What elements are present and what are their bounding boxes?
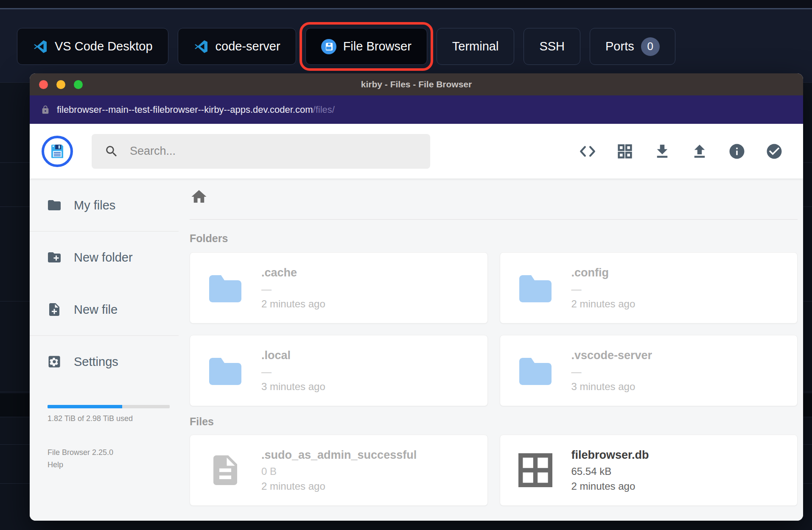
taskbar-button-label: Terminal <box>452 39 499 53</box>
file-card-filebrowser-db[interactable]: filebrowser.db 65.54 kB 2 minutes ago <box>500 435 798 506</box>
sidebar-item-new-file[interactable]: New file <box>30 291 179 328</box>
code-view-button[interactable] <box>578 142 597 161</box>
code-icon <box>579 142 596 160</box>
sidebar-divider <box>30 231 179 232</box>
taskbar-button-label: Ports <box>605 39 634 53</box>
lock-icon <box>41 105 50 114</box>
item-name: .vscode-server <box>571 349 652 362</box>
ports-count-badge: 0 <box>641 37 660 56</box>
item-size: — <box>261 366 325 378</box>
folders-grid: .cache — 2 minutes ago .config — 2 minut… <box>190 252 798 406</box>
item-name: filebrowser.db <box>571 449 649 462</box>
files-grid: .sudo_as_admin_successful 0 B 2 minutes … <box>190 435 798 506</box>
sidebar-item-settings[interactable]: Settings <box>30 343 179 380</box>
sidebar-item-new-folder[interactable]: New folder <box>30 239 179 276</box>
section-heading-folders: Folders <box>190 232 798 245</box>
url-host: filebrowser--main--test-filebrowser--kir… <box>57 104 313 115</box>
sidebar-item-label: New file <box>74 303 118 317</box>
download-button[interactable] <box>653 142 672 161</box>
search-icon <box>104 144 119 159</box>
traffic-lights <box>39 73 83 95</box>
switch-view-button[interactable] <box>616 142 634 161</box>
folder-icon <box>202 268 248 308</box>
info-icon <box>728 142 746 160</box>
app-header <box>30 124 803 179</box>
home-icon <box>190 188 208 206</box>
breadcrumb <box>190 188 798 206</box>
terminal-button[interactable]: Terminal <box>437 28 515 65</box>
download-icon <box>653 142 671 160</box>
url-text: filebrowser--main--test-filebrowser--kir… <box>57 104 335 115</box>
sidebar-item-label: Settings <box>74 355 118 369</box>
sidebar-item-my-files[interactable]: My files <box>30 187 179 223</box>
item-name: .cache <box>261 266 325 279</box>
item-modified-time: 2 minutes ago <box>571 298 636 310</box>
code-server-button[interactable]: code-server <box>178 28 296 65</box>
filebrowser-icon <box>321 39 336 54</box>
section-heading-files: Files <box>190 416 798 428</box>
document-icon <box>207 448 243 492</box>
vscode-desktop-button[interactable]: VS Code Desktop <box>17 28 168 65</box>
taskbar-button-label: SSH <box>539 39 565 53</box>
taskbar-button-label: VS Code Desktop <box>55 39 153 53</box>
folder-card-vscode-server[interactable]: .vscode-server — 3 minutes ago <box>500 335 798 406</box>
header-actions <box>578 142 791 161</box>
file-browser-window: kirby - Files - File Browser filebrowser… <box>30 73 803 521</box>
folder-icon <box>47 198 62 213</box>
select-multiple-button[interactable] <box>765 142 784 161</box>
top-strip <box>0 0 812 9</box>
item-size: — <box>571 366 652 378</box>
upload-button[interactable] <box>690 142 709 161</box>
file-browser-logo[interactable] <box>42 136 73 167</box>
item-name: .sudo_as_admin_successful <box>261 449 417 462</box>
vscode-icon <box>33 39 48 54</box>
window-title: kirby - Files - File Browser <box>361 79 472 89</box>
file-listing: Folders .cache — 2 minutes ago .config — <box>179 179 803 521</box>
search-box[interactable] <box>92 134 430 169</box>
folder-icon <box>512 268 558 308</box>
item-modified-time: 2 minutes ago <box>261 480 417 492</box>
zoom-window-button[interactable] <box>74 80 83 89</box>
floppy-disk-icon <box>48 142 66 160</box>
database-grid-icon <box>515 450 556 491</box>
file-card-sudo-as-admin-successful[interactable]: .sudo_as_admin_successful 0 B 2 minutes … <box>190 435 488 506</box>
gear-icon <box>47 354 62 369</box>
file-plus-icon <box>47 302 62 317</box>
ssh-button[interactable]: SSH <box>524 28 580 65</box>
minimize-window-button[interactable] <box>56 80 65 89</box>
app-version: File Browser 2.25.0 <box>48 446 179 459</box>
sidebar-item-label: New folder <box>74 251 133 265</box>
file-browser-button[interactable]: File Browser <box>305 28 427 65</box>
search-input[interactable] <box>130 145 417 158</box>
folder-icon <box>512 350 558 391</box>
folder-card-cache[interactable]: .cache — 2 minutes ago <box>190 252 488 324</box>
storage-usage-text: 1.82 TiB of 2.98 TiB used <box>48 414 179 423</box>
item-size: — <box>571 283 636 295</box>
storage-usage-bar <box>48 405 170 408</box>
sidebar-divider <box>30 335 179 336</box>
close-window-button[interactable] <box>39 80 48 89</box>
window-content: My files New folder New file Settings 1.… <box>30 179 803 521</box>
taskbar: VS Code Desktop code-server File Browser… <box>17 28 675 65</box>
folder-card-local[interactable]: .local — 3 minutes ago <box>190 335 488 406</box>
item-modified-time: 3 minutes ago <box>571 381 652 393</box>
home-button[interactable] <box>190 187 208 206</box>
item-modified-time: 2 minutes ago <box>571 480 649 492</box>
vscode-icon <box>193 39 209 54</box>
upload-icon <box>691 142 708 160</box>
item-size: 0 B <box>261 466 417 477</box>
grid-view-icon <box>616 142 634 160</box>
sidebar-item-label: My files <box>74 198 115 212</box>
taskbar-button-label: code-server <box>216 39 280 53</box>
folder-plus-icon <box>47 250 62 265</box>
info-button[interactable] <box>728 142 746 161</box>
storage-usage-fill <box>48 405 122 408</box>
url-path: /files/ <box>313 104 335 115</box>
folder-card-config[interactable]: .config — 2 minutes ago <box>500 252 798 324</box>
help-link[interactable]: Help <box>48 459 179 471</box>
sidebar: My files New folder New file Settings 1.… <box>30 179 179 521</box>
item-size: 65.54 kB <box>571 466 649 477</box>
window-titlebar: kirby - Files - File Browser <box>30 73 803 95</box>
address-bar[interactable]: filebrowser--main--test-filebrowser--kir… <box>30 95 803 124</box>
ports-button[interactable]: Ports 0 <box>590 28 675 65</box>
